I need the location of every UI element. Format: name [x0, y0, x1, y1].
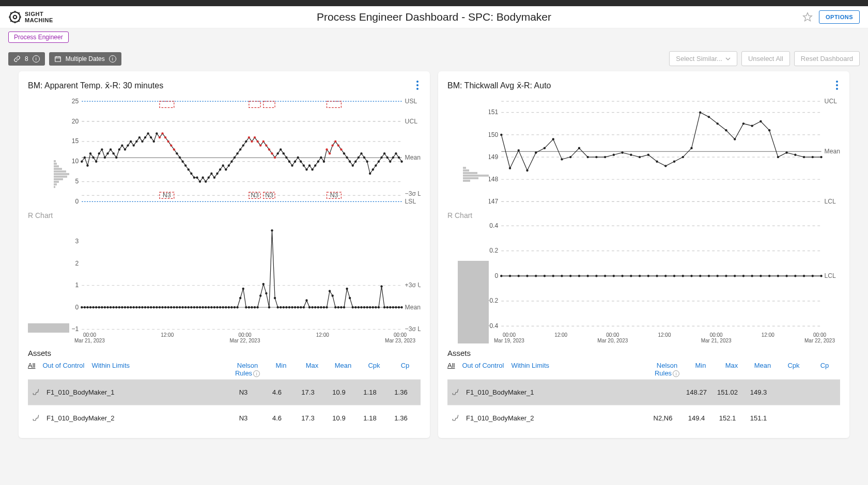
svg-point-301	[717, 122, 719, 124]
svg-text:0: 0	[75, 303, 79, 310]
svg-point-103	[288, 161, 290, 163]
svg-point-91	[254, 136, 256, 138]
tab-all[interactable]: All	[28, 362, 35, 369]
svg-text:0: 0	[75, 198, 79, 205]
col-max[interactable]: Max	[716, 362, 747, 377]
svg-point-300	[708, 116, 710, 118]
col-nelson[interactable]: Nelson Rulesi	[649, 362, 685, 377]
tab-all[interactable]: All	[447, 362, 455, 369]
asset-tabs: All Out of Control Within Limits Nelson …	[28, 362, 421, 377]
col-cp[interactable]: Cp	[809, 362, 840, 377]
svg-point-231	[311, 306, 313, 308]
svg-point-79	[219, 168, 221, 170]
svg-point-116	[326, 148, 328, 150]
table-row[interactable]: F1_010_BodyMaker_2N2,N6149.4152.1151.1	[447, 405, 840, 431]
svg-point-213	[259, 294, 261, 296]
tab-out-of-control[interactable]: Out of Control	[42, 362, 84, 369]
asset-table: F1_010_BodyMaker_1N34.617.310.91.181.36F…	[28, 379, 421, 431]
svg-point-118	[331, 144, 333, 146]
role-tag[interactable]: Process Engineer	[8, 32, 69, 43]
svg-point-122	[343, 152, 345, 154]
svg-point-305	[751, 124, 753, 127]
col-mean[interactable]: Mean	[747, 362, 778, 377]
col-max[interactable]: Max	[297, 362, 328, 377]
svg-point-141	[398, 157, 400, 159]
svg-point-169	[133, 306, 135, 308]
svg-point-233	[317, 306, 319, 308]
svg-point-358	[785, 275, 787, 277]
svg-point-251	[369, 306, 371, 308]
asset-name: F1_010_BodyMaker_2	[466, 414, 645, 422]
col-cpk[interactable]: Cpk	[778, 362, 809, 377]
svg-point-65	[179, 157, 181, 159]
svg-point-237	[329, 290, 331, 292]
svg-text:15: 15	[72, 137, 79, 145]
options-button[interactable]: OPTIONS	[819, 10, 860, 24]
histogram-xbar	[447, 95, 489, 208]
svg-point-252	[372, 306, 374, 308]
svg-point-77	[213, 177, 215, 179]
chevron-down-icon	[725, 56, 731, 61]
svg-point-337	[604, 275, 606, 277]
svg-point-230	[308, 306, 311, 308]
svg-rect-19	[160, 101, 174, 107]
svg-point-131	[369, 173, 371, 175]
svg-point-226	[297, 306, 299, 308]
svg-point-355	[760, 275, 762, 277]
table-row[interactable]: F1_010_BodyMaker_1N34.617.310.91.181.36	[28, 379, 421, 405]
svg-point-220	[280, 306, 282, 308]
svg-point-200	[222, 306, 224, 308]
svg-point-132	[372, 168, 374, 170]
tab-out-of-control[interactable]: Out of Control	[462, 362, 504, 369]
table-row[interactable]: F1_010_BodyMaker_1148.27151.02149.3	[447, 379, 840, 405]
svg-point-303	[734, 138, 736, 140]
svg-point-191	[196, 306, 198, 308]
svg-point-356	[768, 275, 770, 277]
col-cp[interactable]: Cp	[390, 362, 421, 377]
svg-point-238	[331, 294, 333, 296]
col-nelson[interactable]: Nelson Rulesi	[229, 362, 266, 377]
panel-menu-button[interactable]	[834, 79, 840, 92]
asset-filter-chip[interactable]: 8 i	[8, 52, 45, 66]
tab-within-limits[interactable]: Within Limits	[91, 362, 130, 369]
svg-point-55	[150, 136, 152, 138]
col-min[interactable]: Min	[266, 362, 297, 377]
svg-point-171	[138, 306, 141, 308]
svg-point-193	[202, 306, 204, 308]
date-filter-chip[interactable]: Multiple Dates i	[49, 52, 121, 66]
svg-point-42	[112, 152, 114, 154]
svg-point-121	[340, 148, 342, 150]
svg-point-114	[320, 157, 322, 159]
svg-point-352	[734, 275, 736, 277]
col-min[interactable]: Min	[685, 362, 716, 377]
svg-point-119	[334, 140, 336, 143]
svg-point-35	[92, 157, 94, 159]
panel-menu-button[interactable]	[414, 79, 421, 92]
tab-within-limits[interactable]: Within Limits	[511, 362, 549, 369]
col-cpk[interactable]: Cpk	[359, 362, 390, 377]
svg-point-309	[785, 151, 787, 153]
svg-point-192	[199, 306, 201, 308]
svg-point-291	[630, 154, 632, 156]
svg-point-345	[673, 275, 675, 277]
svg-point-332	[561, 275, 563, 277]
svg-point-276	[500, 134, 502, 136]
svg-point-344	[664, 275, 667, 277]
svg-point-43	[115, 157, 117, 159]
svg-point-46	[124, 148, 126, 150]
svg-point-343	[656, 275, 658, 277]
reset-dashboard-button[interactable]: Reset Dashboard	[794, 51, 860, 66]
svg-point-326	[509, 275, 511, 277]
svg-point-135	[380, 157, 382, 159]
svg-point-181	[167, 306, 169, 308]
favorite-star-icon[interactable]	[802, 12, 813, 22]
svg-point-340	[630, 275, 632, 277]
svg-point-182	[170, 306, 172, 308]
unselect-all-button[interactable]: Unselect All	[741, 51, 790, 66]
col-mean[interactable]: Mean	[328, 362, 359, 377]
svg-point-339	[621, 275, 623, 277]
select-similar-button[interactable]: Select Similar...	[669, 51, 737, 66]
table-row[interactable]: F1_010_BodyMaker_2N34.617.310.91.181.36	[28, 405, 421, 431]
svg-point-130	[366, 161, 368, 163]
svg-point-348	[699, 275, 701, 277]
